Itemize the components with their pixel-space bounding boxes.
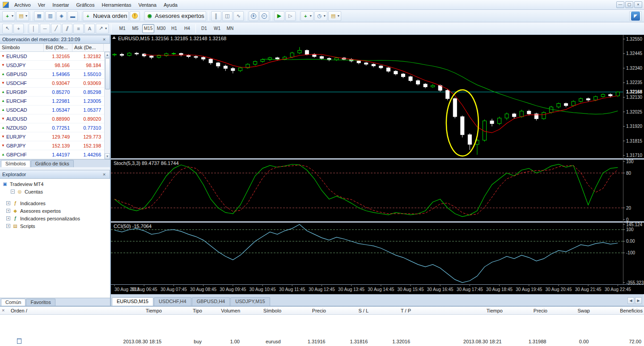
menu-insertar[interactable]: Insertar	[49, 1, 72, 9]
collapse-icon[interactable]: −	[11, 190, 15, 194]
text-tool-button[interactable]: A	[85, 24, 95, 34]
market-watch-close-icon[interactable]: ×	[101, 37, 107, 42]
timeframe-h1[interactable]: H1	[168, 24, 180, 33]
zoom-in-button[interactable]: +	[249, 11, 258, 21]
chart-tab-eurusd-m15[interactable]: EURUSD,M15	[112, 297, 153, 306]
tab-scroll-left-icon[interactable]: ◀	[627, 297, 634, 304]
chart-tab-usdchf-h4[interactable]: USDCHF,H4	[154, 297, 191, 306]
templates-button[interactable]: ▤	[328, 11, 341, 21]
timeframe-mn[interactable]: MN	[224, 24, 236, 33]
market-watch-row-gbpjpy[interactable]: ▼GBPJPY152.139152.198	[0, 141, 110, 150]
chart-shift-button[interactable]: ▷	[285, 11, 296, 21]
market-watch-toggle-button[interactable]: ▦	[34, 11, 44, 21]
timeframe-m5[interactable]: M5	[129, 24, 141, 33]
timeframe-w1[interactable]: W1	[211, 24, 223, 33]
timeframe-m30[interactable]: M30	[155, 24, 167, 33]
alert-button[interactable]: !	[130, 11, 140, 21]
terminal-col-3[interactable]: Volumen	[205, 308, 243, 313]
market-watch-row-nzdusd[interactable]: ▲NZDUSD0.772510.77310	[0, 123, 110, 132]
scroll-thumb[interactable]	[105, 58, 110, 89]
terminal-col-5[interactable]: Precio	[284, 308, 329, 313]
market-watch-row-audusd[interactable]: ▼AUDUSD0.889900.89020	[0, 114, 110, 123]
tab-scroll-right-icon[interactable]: ▶	[635, 297, 642, 304]
market-watch-row-eurgbp[interactable]: ▲EURGBP0.852700.85298	[0, 88, 110, 97]
minimize-button[interactable]: —	[616, 1, 624, 8]
price-chart[interactable]: 1.325501.324451.323401.322351.321301.320…	[111, 35, 644, 294]
market-watch-col-2[interactable]: Ask (De...	[72, 44, 104, 51]
market-watch-row-usdchf[interactable]: ▼USDCHF0.930470.93069	[0, 79, 110, 88]
new-chart-button[interactable]: +	[2, 11, 15, 21]
expand-icon[interactable]: +	[6, 201, 10, 205]
indicators-button[interactable]: +	[301, 11, 314, 21]
periods-button[interactable]: ◷	[314, 11, 327, 21]
navigator-item-indicadores[interactable]: +ƒIndicadores	[2, 199, 110, 207]
scroll-down-icon[interactable]: ▼	[105, 153, 110, 159]
terminal-col-0[interactable]: Orden /	[8, 308, 120, 313]
tab-s-mbolos[interactable]: Símbolos	[1, 160, 30, 167]
market-watch-scrollbar[interactable]: ▲ ▼	[104, 52, 110, 159]
market-watch-col-1[interactable]: Bid (Ofe...	[44, 44, 72, 51]
tab-favoritos[interactable]: Favoritos	[26, 299, 55, 306]
timeframe-h4[interactable]: H4	[181, 24, 193, 33]
menu-archivo[interactable]: Archivo	[11, 1, 34, 9]
menu-ayuda[interactable]: Ayuda	[160, 1, 181, 9]
terminal-col-6[interactable]: S / L	[329, 308, 371, 313]
terminal-close-icon[interactable]: ×	[2, 308, 4, 313]
market-watch-row-eurchf[interactable]: ▲EURCHF1.229811.23005	[0, 97, 110, 105]
crosshair-button[interactable]: +	[13, 24, 24, 34]
market-watch-row-gbpusd[interactable]: ▲GBPUSD1.549651.55010	[0, 70, 110, 79]
order-row[interactable]: 2013.08.30 18:15buy1.00eurusd1.319161.31…	[0, 337, 644, 346]
market-watch-row-usdcad[interactable]: ▲USDCAD1.053471.05377	[0, 105, 110, 114]
data-window-toggle-button[interactable]: ▥	[45, 11, 55, 21]
market-watch-row-usdjpy[interactable]: ▼USDJPY98.16698.184	[0, 61, 110, 70]
market-watch-row-gbpchf[interactable]: ▲GBPCHF1.441971.44266	[0, 150, 110, 159]
market-watch-row-eurusd[interactable]: ▼EURUSD1.321651.32182	[0, 52, 110, 61]
terminal-col-11[interactable]: Beneficios	[593, 308, 644, 313]
terminal-col-10[interactable]: Swap	[550, 308, 593, 313]
arrows-tool-button[interactable]: ↗	[96, 24, 109, 34]
navigator-close-icon[interactable]: ×	[101, 172, 107, 177]
market-watch-row-eurjpy[interactable]: ▼EURJPY129.749129.773	[0, 132, 110, 141]
navigator-item-asesores-expertos[interactable]: +◆Asesores expertos	[2, 207, 110, 215]
expert-advisors-button[interactable]: ◉Asesores expertos	[144, 11, 206, 21]
navigator-toggle-button[interactable]: ◈	[56, 11, 67, 21]
terminal-col-4[interactable]: Símbolo	[243, 308, 284, 313]
line-chart-mode-button[interactable]: ∿	[233, 11, 244, 21]
timeframe-m1[interactable]: M1	[116, 24, 128, 33]
channel-button[interactable]: ∥	[62, 24, 72, 34]
timeframe-m15[interactable]: M15	[142, 24, 154, 33]
menu-herramientas[interactable]: Herramientas	[98, 1, 135, 9]
expand-icon[interactable]: +	[6, 209, 10, 213]
cursor-button[interactable]: ↖	[2, 24, 13, 34]
terminal-col-1[interactable]: Tiempo	[120, 308, 165, 313]
fibonacci-button[interactable]: ≡	[73, 24, 84, 34]
menu-ver[interactable]: Ver	[34, 1, 49, 9]
close-button[interactable]: ×	[634, 1, 642, 8]
terminal-col-9[interactable]: Precio	[505, 308, 550, 313]
menu-gráficos[interactable]: Gráficos	[73, 1, 98, 9]
menu-ventana[interactable]: Ventana	[135, 1, 160, 9]
expand-icon[interactable]: +	[6, 216, 10, 220]
terminal-toggle-button[interactable]: ▬	[68, 11, 78, 21]
terminal-col-8[interactable]: Tiempo	[414, 308, 505, 313]
tab-com-n[interactable]: Común	[1, 299, 25, 306]
navigator-item-cuentas[interactable]: −◎Cuentas	[2, 188, 110, 195]
bar-chart-mode-button[interactable]: ║	[211, 11, 221, 21]
candlestick-mode-button[interactable]: ◫	[222, 11, 233, 21]
chart-tab-usdjpy-m15[interactable]: USDJPY,M15	[230, 297, 270, 306]
market-watch-col-0[interactable]: Símbolo	[0, 44, 44, 51]
timeframe-d1[interactable]: D1	[198, 24, 210, 33]
vertical-line-button[interactable]: │	[29, 24, 39, 34]
community-button[interactable]: ◤	[629, 11, 642, 21]
trendline-button[interactable]: ╱	[51, 24, 61, 34]
tab-gr-fico-de-ticks[interactable]: Gráfico de ticks	[31, 160, 74, 167]
restore-button[interactable]: ▢	[625, 1, 633, 8]
auto-scroll-button[interactable]: ▶	[274, 11, 284, 21]
navigator-item-indicadores-personalizados[interactable]: +ƒIndicadores personalizados	[2, 215, 110, 222]
zoom-out-button[interactable]: −	[259, 11, 269, 21]
navigator-item-scripts[interactable]: +▤Scripts	[2, 222, 110, 230]
terminal-col-2[interactable]: Tipo	[165, 308, 205, 313]
horizontal-line-button[interactable]: ─	[40, 24, 50, 34]
navigator-root[interactable]: ▣ Tradeview MT4	[2, 180, 110, 188]
new-order-button[interactable]: +Nueva orden	[83, 11, 129, 21]
